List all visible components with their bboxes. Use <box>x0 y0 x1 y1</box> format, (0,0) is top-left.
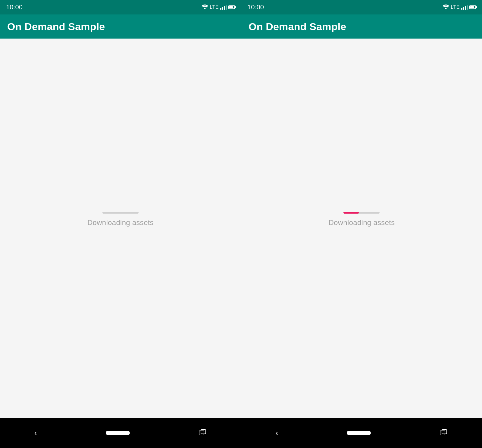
wifi-icon <box>202 4 208 10</box>
home-pill-right <box>347 431 371 435</box>
signal-icon-left <box>220 5 227 10</box>
battery-icon-left <box>228 5 235 9</box>
app-title-left: On Demand Sample <box>7 21 105 33</box>
status-bar-right: 10:00 LTE <box>241 0 482 14</box>
back-button-left[interactable]: ‹ <box>34 429 37 437</box>
lte-label-right: LTE <box>451 5 460 10</box>
phone-screen-right: 10:00 LTE <box>241 0 482 448</box>
svg-point-3 <box>445 8 447 9</box>
status-bar-left: 10:00 LTE <box>0 0 241 14</box>
progress-track-left <box>102 212 139 214</box>
status-time-left: 10:00 <box>6 3 23 11</box>
home-pill-left <box>106 431 130 435</box>
status-icons-right: LTE <box>443 4 476 10</box>
battery-icon-right <box>469 5 476 9</box>
svg-rect-5 <box>442 430 447 434</box>
wifi-icon-right <box>443 4 449 10</box>
svg-rect-4 <box>440 431 445 435</box>
nav-bar-right: ‹ <box>241 418 482 448</box>
app-title-right: On Demand Sample <box>249 21 346 33</box>
phone-screen-left: 10:00 LTE <box>0 0 241 448</box>
svg-rect-1 <box>199 431 204 435</box>
status-time-right: 10:00 <box>247 3 264 11</box>
home-button-right[interactable] <box>347 431 371 435</box>
loading-container-left: Downloading assets <box>87 212 154 227</box>
loading-text-left: Downloading assets <box>87 218 154 227</box>
progress-fill-right <box>343 212 358 214</box>
loading-text-right: Downloading assets <box>328 218 395 227</box>
loading-container-right: Downloading assets <box>328 212 395 227</box>
back-icon-right: ‹ <box>276 429 278 437</box>
back-icon-left: ‹ <box>34 429 37 437</box>
back-button-right[interactable]: ‹ <box>276 429 278 437</box>
app-bar-right: On Demand Sample <box>241 14 482 39</box>
recents-button-left[interactable] <box>198 429 207 437</box>
home-button-left[interactable] <box>106 431 130 435</box>
app-bar-left: On Demand Sample <box>0 14 241 39</box>
recents-button-right[interactable] <box>439 429 448 437</box>
lte-label-left: LTE <box>210 5 219 10</box>
status-icons-left: LTE <box>202 4 235 10</box>
progress-track-right <box>343 212 380 214</box>
screen-content-right: Downloading assets <box>241 39 482 418</box>
signal-icon-right <box>461 5 468 10</box>
svg-rect-2 <box>201 430 206 434</box>
screen-content-left: Downloading assets <box>0 39 241 418</box>
svg-point-0 <box>204 8 206 9</box>
nav-bar-left: ‹ <box>0 418 241 448</box>
